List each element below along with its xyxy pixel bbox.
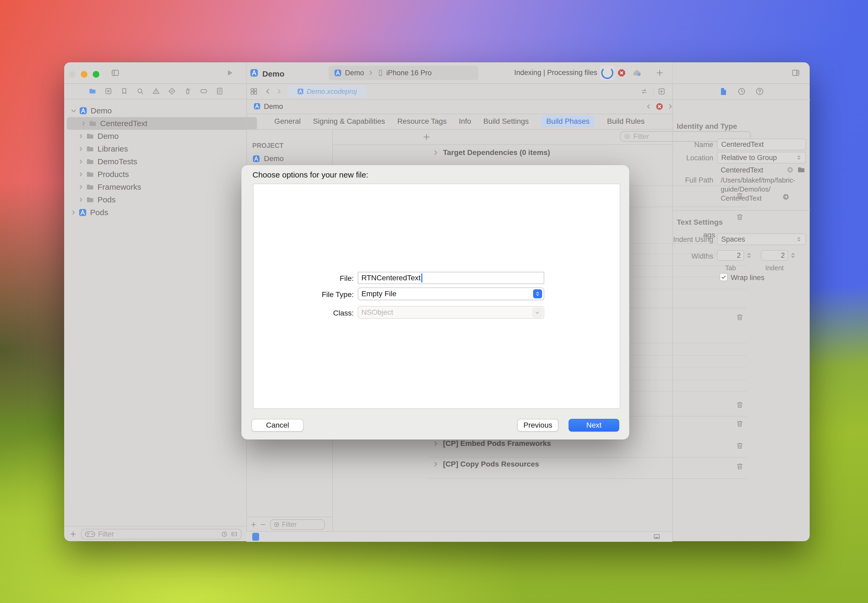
indent-width-stepper[interactable] <box>789 251 797 260</box>
chevron-right-icon[interactable] <box>71 210 76 215</box>
indent-using-popup[interactable]: Spaces <box>717 233 806 245</box>
minimize-button[interactable] <box>81 71 87 77</box>
cancel-button[interactable]: Cancel <box>251 419 304 431</box>
tab-general[interactable]: General <box>274 117 301 125</box>
run-destination[interactable]: iPhone 16 Pro <box>386 69 432 77</box>
reveal-path-arrow-icon[interactable] <box>782 193 789 201</box>
choose-folder-icon[interactable] <box>797 165 806 174</box>
navigator-item-label[interactable]: Pods <box>90 208 108 217</box>
chevron-right-icon[interactable] <box>78 133 84 139</box>
class-combobox[interactable]: NSObject <box>358 306 544 319</box>
navigator-item-label[interactable]: Products <box>97 170 129 179</box>
tab-build-rules[interactable]: Build Rules <box>607 117 645 125</box>
chevron-right-icon[interactable] <box>432 149 439 156</box>
quick-help-inspector-icon[interactable] <box>755 87 764 96</box>
chevron-right-icon[interactable] <box>78 146 84 152</box>
chevron-right-icon[interactable] <box>78 159 84 164</box>
scheme-name[interactable]: Demo <box>345 69 364 77</box>
remove-target-button[interactable] <box>260 521 266 528</box>
history-inspector-icon[interactable] <box>737 87 746 96</box>
add-target-button[interactable] <box>250 521 257 528</box>
issue-error-icon[interactable] <box>656 102 664 110</box>
close-button[interactable] <box>69 71 76 77</box>
file-type-popup[interactable]: Empty File <box>358 288 544 300</box>
device-display-icon[interactable] <box>653 533 661 541</box>
back-icon[interactable] <box>265 88 271 95</box>
target-filter-field[interactable]: Filter <box>270 519 325 530</box>
recent-files-clock-icon[interactable] <box>221 531 228 538</box>
forward-icon[interactable] <box>275 88 282 95</box>
project-list-item-demo[interactable]: Demo <box>252 155 284 163</box>
bookmark-navigator-icon[interactable] <box>120 87 128 95</box>
navigator-item-label[interactable]: DemoTests <box>97 157 137 166</box>
phase-copy-pods-resources[interactable]: [CP] Copy Pods Resources <box>432 460 539 468</box>
related-items-icon[interactable] <box>249 87 258 96</box>
navigator-row-pods-folder[interactable]: Pods <box>64 193 260 206</box>
wrap-lines-checkbox[interactable] <box>719 273 727 281</box>
split-editor-icon[interactable] <box>658 87 665 95</box>
chevron-right-icon[interactable] <box>432 461 439 467</box>
breadcrumb[interactable]: Demo <box>264 102 283 111</box>
navigator-item-label[interactable]: Frameworks <box>97 182 141 192</box>
chevron-right-icon[interactable] <box>78 172 84 177</box>
project-navigator-icon[interactable] <box>88 87 96 95</box>
tab-width-field[interactable]: 2 <box>717 250 744 261</box>
project-item-label[interactable]: Demo <box>264 155 284 163</box>
toggle-inspector-icon[interactable] <box>791 69 801 77</box>
navigator-row-frameworks[interactable]: Frameworks <box>64 181 260 193</box>
navigator-row-centeredtext[interactable]: CenteredText <box>67 117 257 130</box>
navigator-row-demo-folder[interactable]: Demo <box>64 130 260 142</box>
file-name-input[interactable]: RTNCenteredText <box>358 272 544 284</box>
breakpoint-navigator-icon[interactable] <box>200 87 208 95</box>
test-navigator-icon[interactable] <box>168 87 176 95</box>
tab-build-phases[interactable]: Build Phases <box>541 115 595 128</box>
filter-options-icon[interactable] <box>85 530 95 538</box>
next-button[interactable]: Next <box>569 419 619 431</box>
add-remove-filter-icon[interactable] <box>231 531 238 538</box>
navigator-row-pods-project[interactable]: Pods <box>64 206 253 219</box>
previous-issue-icon[interactable] <box>645 103 652 110</box>
add-editor-button[interactable] <box>656 69 664 77</box>
zoom-button[interactable] <box>93 71 99 77</box>
run-button[interactable] <box>225 69 234 77</box>
breakpoint-toggle-icon[interactable] <box>252 533 259 541</box>
navigator-item-label[interactable]: Pods <box>97 195 116 204</box>
toggle-navigator-icon[interactable] <box>110 69 120 77</box>
previous-button[interactable]: Previous <box>517 419 559 431</box>
error-badge[interactable] <box>617 69 626 77</box>
chevron-right-icon[interactable] <box>78 184 84 190</box>
debug-navigator-icon[interactable] <box>184 87 192 95</box>
location-popup[interactable]: Relative to Group <box>717 152 806 164</box>
tab-resource-tags[interactable]: Resource Tags <box>397 117 446 125</box>
add-item-button[interactable] <box>70 530 77 538</box>
add-build-phase-button[interactable] <box>422 133 431 141</box>
navigator-row-demotests[interactable]: DemoTests <box>64 155 260 168</box>
issue-navigator-icon[interactable] <box>152 87 160 95</box>
chevron-down-icon[interactable] <box>71 108 77 114</box>
navigator-item-label[interactable]: Demo <box>97 132 119 141</box>
navigator-row-libraries[interactable]: Libraries <box>64 142 260 155</box>
tab-signing-capabilities[interactable]: Signing & Capabilities <box>313 117 385 125</box>
phase-embed-pods-frameworks[interactable]: [CP] Embed Pods Frameworks <box>432 439 551 448</box>
report-navigator-icon[interactable] <box>216 87 224 95</box>
tab-build-settings[interactable]: Build Settings <box>483 117 529 125</box>
navigator-item-label[interactable]: Libraries <box>97 144 128 153</box>
chevron-right-icon[interactable] <box>432 440 439 447</box>
name-field[interactable]: CenteredText <box>717 139 806 150</box>
search-navigator-icon[interactable] <box>136 87 144 95</box>
tab-width-stepper[interactable] <box>746 251 752 260</box>
swap-editor-icon[interactable] <box>640 88 648 95</box>
chevron-right-icon[interactable] <box>80 121 87 126</box>
navigator-item-label[interactable]: Demo <box>91 106 112 115</box>
source-control-navigator-icon[interactable] <box>104 87 112 95</box>
navigator-row-products[interactable]: Products <box>64 168 260 181</box>
clear-location-icon[interactable] <box>786 166 794 173</box>
indent-width-field[interactable]: 2 <box>761 250 788 261</box>
progress-spinner[interactable] <box>600 65 615 80</box>
navigator-filter-field[interactable]: Filter <box>81 529 241 540</box>
navigator-item-label[interactable]: CenteredText <box>100 119 147 128</box>
chevron-right-icon[interactable] <box>78 197 84 203</box>
file-inspector-icon[interactable] <box>719 87 728 96</box>
navigator-row-demo-project[interactable]: Demo <box>64 104 253 117</box>
phase-target-dependencies[interactable]: Target Dependencies (0 items) <box>432 148 550 157</box>
